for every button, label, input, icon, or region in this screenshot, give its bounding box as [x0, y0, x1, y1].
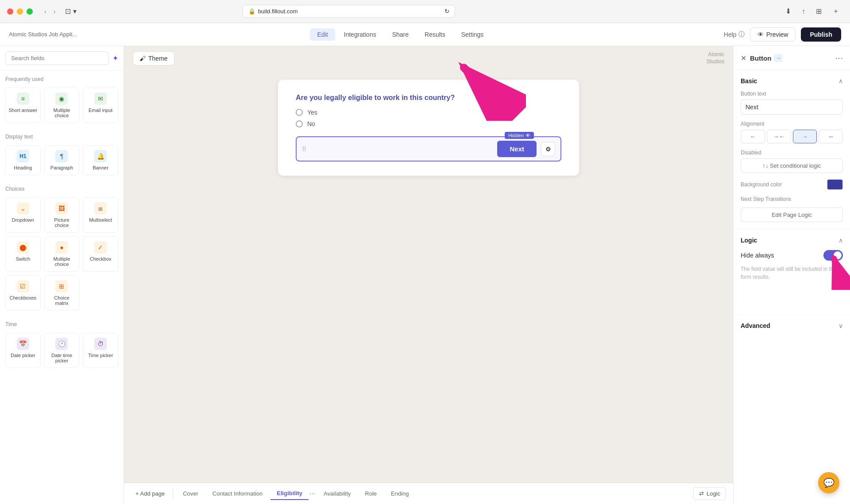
download-icon-btn[interactable]: ⬇ — [782, 5, 795, 18]
nav-results[interactable]: Results — [417, 28, 452, 41]
field-date-picker[interactable]: 📅 Date picker — [5, 333, 41, 368]
basic-section-title: Basic — [741, 77, 757, 85]
drag-handle-icon[interactable]: ⠿ — [302, 146, 306, 153]
publish-button[interactable]: Publish — [801, 27, 841, 42]
datetime-picker-icon: 🕐 — [55, 338, 68, 350]
help-label: Help — [724, 31, 737, 38]
align-center-left-button[interactable]: →← — [767, 130, 791, 143]
forward-button[interactable]: › — [51, 6, 58, 17]
logic-section-toggle[interactable]: ∧ — [838, 237, 843, 244]
reload-icon[interactable]: ↻ — [444, 8, 449, 15]
fullscreen-traffic-light[interactable] — [27, 8, 33, 15]
field-checkbox[interactable]: ✓ Checkbox — [83, 236, 118, 272]
time-picker-icon: ⏱ — [94, 338, 107, 350]
basic-section-toggle[interactable]: ∧ — [838, 77, 843, 85]
radio-yes-label: Yes — [307, 109, 317, 116]
panel-header: ✕ Button → ⋯ — [734, 46, 850, 70]
url-text: build.fillout.com — [258, 8, 298, 15]
field-short-answer[interactable]: ≡ Short answer — [5, 88, 41, 123]
email-icon: ✉ — [94, 92, 107, 105]
field-datetime-picker[interactable]: 🕐 Date time picker — [44, 333, 80, 368]
nav-settings[interactable]: Settings — [454, 28, 491, 41]
search-input[interactable] — [5, 51, 109, 65]
advanced-header[interactable]: Advanced ∨ — [741, 322, 843, 329]
theme-button[interactable]: 🖌 Theme — [133, 51, 174, 65]
add-tab-btn[interactable]: ＋ — [829, 5, 843, 18]
date-picker-icon: 📅 — [17, 338, 29, 350]
multiple-choice-label: Multiple choice — [47, 108, 77, 118]
short-answer-icon: ≡ — [17, 92, 29, 105]
nav-integrations[interactable]: Integrations — [337, 28, 383, 41]
logic-section: Logic ∧ Hide always The field value will… — [734, 230, 850, 315]
field-multiple-choice[interactable]: ◉ Multiple choice — [44, 88, 80, 123]
logic-icon: ⇄ — [699, 490, 704, 497]
picture-choice-label: Picture choice — [47, 217, 77, 228]
conditional-logic-button[interactable]: ↑↓ Set conditional logic — [741, 158, 843, 173]
display-text-title: Display text — [5, 134, 118, 140]
nav-edit[interactable]: Edit — [310, 28, 335, 41]
basic-section: Basic ∧ Button text Alignment ← →← → ↔ D… — [734, 70, 850, 230]
edit-logic-button[interactable]: Edit Page Logic — [741, 208, 843, 222]
tab-ending[interactable]: Ending — [385, 488, 415, 500]
share-icon-btn[interactable]: ↑ — [798, 5, 809, 18]
close-traffic-light[interactable] — [7, 8, 13, 15]
field-choice-matrix[interactable]: ⊞ Choice matrix — [44, 275, 80, 311]
date-picker-label: Date picker — [11, 353, 35, 358]
tab-role[interactable]: Role — [359, 488, 383, 500]
nav-share[interactable]: Share — [385, 28, 416, 41]
back-button[interactable]: ‹ — [42, 6, 49, 17]
ai-icon-button[interactable]: ✦ — [112, 54, 118, 62]
align-right-button[interactable]: → — [793, 130, 817, 143]
url-bar[interactable]: 🔒 build.fillout.com ↻ — [243, 5, 455, 18]
field-email-input[interactable]: ✉ Email input — [83, 88, 118, 123]
field-time-picker[interactable]: ⏱ Time picker — [83, 333, 118, 368]
tab-availability[interactable]: Availability — [317, 488, 357, 500]
button-text-label: Button text — [741, 91, 843, 97]
basic-section-header[interactable]: Basic ∧ — [741, 77, 843, 85]
left-sidebar: ✦ Frequently used ≡ Short answer ◉ Multi… — [0, 46, 124, 504]
field-banner[interactable]: 🔔 Banner — [83, 145, 118, 175]
panel-more-button[interactable]: ⋯ — [835, 53, 843, 63]
app-logo: Atomic Studios Job Appli... — [9, 31, 77, 38]
minimize-traffic-light[interactable] — [17, 8, 23, 15]
tab-eligibility-menu[interactable]: ⋯ — [309, 490, 316, 497]
chat-button[interactable]: 💬 — [818, 472, 839, 493]
radio-circle-no[interactable] — [296, 120, 303, 127]
advanced-section-toggle[interactable]: ∨ — [838, 322, 843, 329]
app-header-right: Help ⓘ 👁 Preview Publish — [724, 27, 841, 42]
field-paragraph[interactable]: ¶ Paragraph — [44, 145, 80, 175]
email-label: Email input — [89, 108, 112, 113]
tab-eligibility[interactable]: Eligibility — [270, 487, 309, 500]
logic-section-header[interactable]: Logic ∧ — [741, 237, 843, 244]
sidebar-toggle-button[interactable]: ⊡ ▾ — [65, 7, 76, 15]
field-heading[interactable]: H1 Heading — [5, 145, 41, 175]
logic-button[interactable]: ⇄ Logic — [693, 487, 726, 500]
disabled-label: Disabled — [741, 150, 843, 156]
button-text-input[interactable] — [741, 100, 843, 115]
field-switch[interactable]: ⬤ Switch — [5, 236, 41, 272]
tab-cover[interactable]: Cover — [177, 488, 205, 500]
align-left-button[interactable]: ← — [741, 130, 765, 143]
bg-color-swatch[interactable] — [827, 179, 843, 190]
tab-contact-information[interactable]: Contact Information — [206, 488, 269, 500]
radio-circle-yes[interactable] — [296, 109, 303, 116]
align-stretch-button[interactable]: ↔ — [819, 130, 843, 143]
preview-button[interactable]: 👁 Preview — [750, 27, 796, 42]
field-multiselect[interactable]: ≣ Multiselect — [83, 197, 118, 233]
field-checkboxes[interactable]: ☑ Checkboxes — [5, 275, 41, 311]
settings-gear-button[interactable]: ⚙ — [541, 142, 555, 156]
next-button[interactable]: Next — [497, 141, 537, 157]
alignment-buttons: ← →← → ↔ — [741, 130, 843, 143]
radio-no: No — [296, 120, 561, 127]
field-multiple-choice-2[interactable]: ● Multiple choice — [44, 236, 80, 272]
field-picture-choice[interactable]: 🖼 Picture choice — [44, 197, 80, 233]
field-dropdown[interactable]: ⌄ Dropdown — [5, 197, 41, 233]
grid-icon-btn[interactable]: ⊞ — [812, 5, 825, 18]
title-bar-actions: ⬇ ↑ ⊞ ＋ — [782, 5, 843, 18]
panel-close-button[interactable]: ✕ — [741, 54, 746, 62]
help-button[interactable]: Help ⓘ — [724, 31, 745, 38]
traffic-lights — [7, 8, 33, 15]
add-page-button[interactable]: + Add page — [131, 488, 169, 500]
logic-label: Logic — [707, 490, 720, 497]
preview-icon: 👁 — [757, 31, 764, 38]
